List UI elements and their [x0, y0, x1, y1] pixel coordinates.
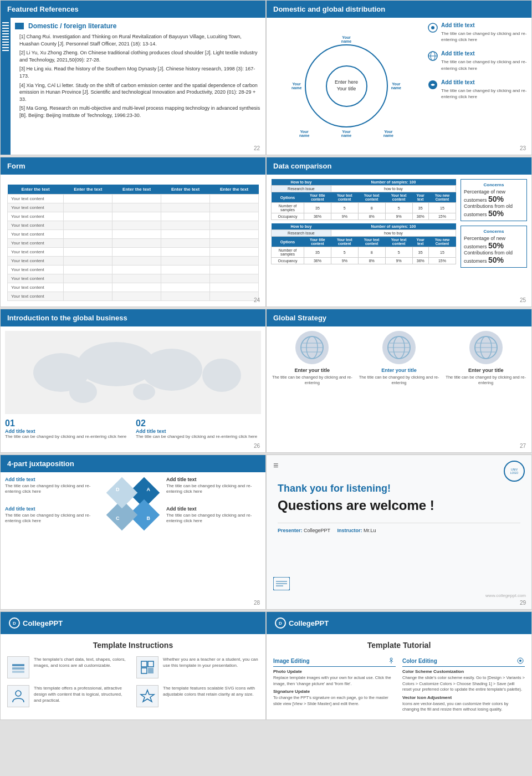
page-number-28: 28: [254, 600, 260, 606]
form-cell: [112, 274, 161, 283]
page-number-22: 22: [254, 145, 260, 151]
dom-icon-1: [427, 22, 438, 33]
data-row: 35: [412, 247, 428, 258]
form-cell: [64, 274, 112, 283]
svg-rect-37: [148, 668, 154, 673]
instructor-label: Instructor:: [337, 528, 362, 533]
instruction-item-1: The template's chart data, text, shapes,…: [7, 656, 130, 678]
dom-desc-2: The title can be changed by clicking and…: [441, 59, 527, 71]
circle-label-botright: Yourname: [383, 130, 393, 137]
form-cell: [64, 195, 112, 203]
university-badge: UNIVLOGO: [504, 461, 525, 482]
intro-grid: 01 Add title text The title can be chang…: [5, 418, 261, 440]
design-icon: [136, 656, 158, 678]
data-row: 35: [304, 247, 331, 258]
panel-form: Form Enter the text Enter the text Enter…: [0, 157, 266, 307]
instruction-item-3: This template offers a professional, att…: [7, 685, 130, 707]
data-t1-c3: Your text content: [358, 192, 385, 203]
form-col-2: Enter the text: [64, 185, 112, 195]
instruction-item-2: Whether you are a teacher or a student, …: [136, 656, 259, 678]
tutorial-content: Template Tutorial Image Editing Photo Up…: [267, 634, 531, 719]
data-t1-samples: Number of samples: 100: [331, 179, 456, 186]
data-row: 9%: [331, 213, 358, 220]
concerns-title-1: Concerns: [464, 182, 524, 187]
tutorial-sub-2-2: Vector Icon Adjustment: [402, 695, 525, 700]
featured-header: Featured References: [1, 1, 265, 18]
form-cell: Your text content: [8, 212, 64, 221]
part4-right-item-2: Add title text The title can be changed …: [166, 506, 261, 524]
data-row: Number of samples: [272, 247, 304, 258]
form-header: Form: [1, 157, 265, 175]
tutorial-section-1: Image Editing Photo Update Replace templ…: [273, 656, 396, 713]
data-t2-c5: Your text: [412, 237, 428, 247]
part4-left-item-2: Add title text The title can be changed …: [5, 506, 100, 524]
data-row: Occupancy: [272, 213, 304, 220]
instructions-title: Template Instructions: [7, 641, 259, 650]
instructions-brand-header: D CollegePPT: [1, 612, 265, 634]
collegeppt-brand-2: CollegePPT: [289, 619, 329, 627]
tutorial-desc-2-2: Icons are vector-based, you can customiz…: [402, 701, 525, 713]
part4-left-desc-1: The title can be changed by clicking and…: [5, 483, 100, 495]
svg-point-8: [141, 349, 202, 391]
data-t1-htb: how to buy: [331, 186, 456, 192]
part4-left-item-1: Add title text The title can be changed …: [5, 477, 100, 495]
part4-left-title-2: Add title text: [5, 506, 100, 512]
dom-icon-3: [427, 79, 438, 90]
part4-header: 4-part juxtaposition: [1, 455, 265, 472]
tutorial-title: Template Tutorial: [273, 641, 525, 650]
panel-instructions: D CollegePPT Template Instructions The t…: [0, 611, 266, 720]
data-t1-c0: Options: [272, 192, 304, 203]
data-row: 5: [385, 203, 412, 213]
data-row: 8: [358, 247, 385, 258]
form-cell: [161, 283, 210, 292]
instruction-text-4: The template features scalable SVG icons…: [163, 685, 259, 697]
form-col-3: Enter the text: [112, 185, 161, 195]
form-cell: [161, 203, 210, 212]
form-col-1: Enter the text: [8, 185, 64, 195]
svg-point-10: [69, 381, 97, 403]
data-tables: How to buy Number of samples: 100 Resear…: [271, 179, 456, 272]
form-cell: [210, 292, 259, 301]
data-row: 36%: [412, 213, 428, 220]
data-t2-ri: Research Issue: [272, 230, 331, 237]
tutorial-section-2: Color Editing Color Scheme Customization…: [402, 656, 525, 713]
circle-label-left: Yourname: [291, 82, 301, 90]
star-icon: [136, 685, 158, 707]
concerns-box-1: Concerns Percentage of new customers 50%…: [461, 179, 527, 221]
panel-intro: Introduction to the global business 01 A…: [0, 309, 266, 453]
thankyou-logo-bottom: [273, 577, 290, 593]
dom-title-3: Add title text: [441, 79, 527, 85]
data-t1-c6: You new Content: [428, 192, 456, 203]
circle-label-bottom: Yourname: [341, 130, 351, 137]
domestic-right: Add title text The title can be changed …: [427, 22, 527, 133]
svg-rect-32: [12, 667, 24, 670]
data-row: 5: [331, 203, 358, 213]
presenter-label: Presenter:: [278, 528, 303, 533]
form-cell: Your text content: [8, 274, 64, 283]
form-cell: [210, 257, 259, 266]
thankyou-content: Thank you for listening! Questions are w…: [267, 455, 531, 544]
part4-right-title-1: Add title text: [166, 477, 261, 482]
page-number-29: 29: [520, 600, 526, 606]
instructions-grid: The template's chart data, text, shapes,…: [7, 656, 259, 707]
data-table-2: How to buy Number of samples: 100 Resear…: [271, 223, 456, 264]
form-cell: [210, 283, 259, 292]
strategy-title-2: Enter your title: [358, 367, 441, 373]
part4-content: Add title text The title can be changed …: [1, 472, 265, 535]
part4-right-title-2: Add title text: [166, 506, 261, 512]
globe-icon-3: [469, 331, 503, 364]
panel-global: Global Strategy Enter your title The tit…: [266, 309, 532, 453]
form-cell: [210, 195, 259, 203]
form-cell: [64, 283, 112, 292]
form-cell: [161, 221, 210, 230]
collegeppt-logo-2: D CollegePPT: [275, 617, 329, 629]
tutorial-sub-2-1: Color Scheme Customization: [402, 669, 525, 674]
svg-point-1: [431, 26, 434, 29]
form-cell: [161, 239, 210, 248]
form-cell: [161, 257, 210, 266]
form-cell: [64, 203, 112, 212]
form-table: Enter the text Enter the text Enter the …: [7, 185, 259, 301]
data-row: 15%: [428, 258, 456, 264]
form-cell: [112, 221, 161, 230]
concerns-title-2: Concerns: [464, 229, 524, 234]
